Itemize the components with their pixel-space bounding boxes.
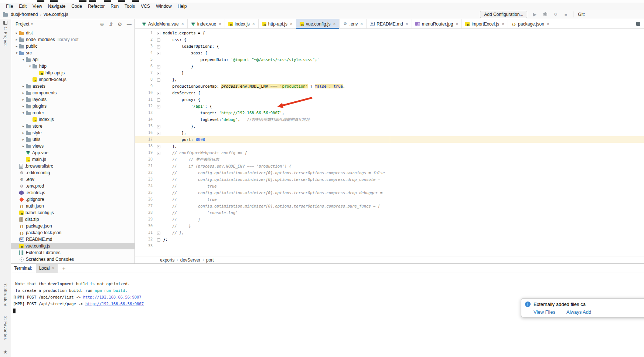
code-line[interactable]: 25 // config.optimization.minimizer[0].o… [135, 189, 644, 196]
always-add-link[interactable]: Always Add [566, 309, 591, 315]
add-configuration-button[interactable]: Add Configuration... [480, 11, 527, 18]
code-editor[interactable]: 1-module.exports = {2- css: {3- loaderOp… [135, 29, 644, 256]
hide-panel-icon[interactable]: — [127, 21, 132, 27]
tree-item-src[interactable]: ▾src [11, 50, 134, 56]
git-label[interactable]: Git: [578, 12, 585, 17]
profiler-icon[interactable]: ↻ [552, 12, 558, 17]
code-line[interactable]: 30 // } [135, 223, 644, 229]
chevron-right-icon[interactable]: ▸ [14, 31, 19, 35]
favorites-star-icon[interactable]: ★ [3, 349, 8, 355]
terminal-link[interactable]: http://192.168.66.56:9007 [83, 295, 142, 299]
view-files-link[interactable]: View Files [534, 309, 555, 315]
tree-item-style[interactable]: ▸style [11, 129, 134, 136]
tree-item-router[interactable]: ▾router [11, 110, 134, 116]
terminal-title[interactable]: Terminal: [14, 266, 32, 271]
tree-item-store[interactable]: ▸store [11, 123, 134, 129]
code-line[interactable]: 26 // true [135, 196, 644, 203]
fold-icon[interactable]: - [154, 96, 163, 103]
editor-tab-vue-config-js[interactable]: vue.config.js× [296, 19, 340, 29]
tree-item-env-prod[interactable]: .env.prod [11, 183, 134, 189]
stop-icon[interactable]: ■ [563, 12, 569, 17]
chevron-right-icon[interactable]: ▸ [21, 84, 26, 88]
tree-item-gitignore[interactable]: .gitignore [11, 196, 134, 203]
fold-icon[interactable]: - [154, 103, 163, 110]
stripe-tab-structure[interactable]: 7: Structure [3, 283, 8, 307]
tree-item-node-modules[interactable]: ▸node_moduleslibrary root [11, 36, 134, 43]
chevron-right-icon[interactable]: ▸ [21, 124, 26, 128]
chevron-down-icon[interactable]: ▾ [31, 22, 33, 26]
code-line[interactable]: 18- }, [135, 143, 644, 149]
breadcrumb-port[interactable]: port [206, 257, 214, 263]
tree-item-package-json[interactable]: package.json [11, 223, 134, 229]
tree-item-views[interactable]: ▸views [11, 143, 134, 149]
close-icon[interactable]: × [456, 21, 458, 27]
tree-item-editorconfig[interactable]: .editorconfig [11, 169, 134, 176]
tree-item-browserslistrc[interactable]: .browserslistrc [11, 163, 134, 169]
project-panel-title[interactable]: Project [16, 21, 29, 27]
tree-item-index-js[interactable]: index.js [11, 116, 134, 123]
chevron-down-icon[interactable]: ▾ [21, 58, 26, 61]
menu-item-window[interactable]: Window [153, 4, 175, 9]
code-line[interactable]: 9 productionSourceMap: process.env.NODE_… [135, 83, 644, 90]
code-line[interactable]: 12- '/api': { [135, 103, 644, 110]
code-line[interactable]: 2- css: { [135, 36, 644, 43]
tree-item-importexcel-js[interactable]: importExcel.js [11, 76, 134, 83]
menu-item-vcs[interactable]: VCS [138, 4, 153, 9]
tree-item-readme-md[interactable]: README.md [11, 236, 134, 243]
fold-icon[interactable]: - [154, 63, 163, 70]
locate-file-icon[interactable]: ⊕ [100, 21, 104, 27]
stripe-tab-project[interactable]: 1: Project [3, 27, 8, 46]
code-line[interactable]: 11- proxy: { [135, 96, 644, 103]
code-line[interactable]: 15- }, [135, 123, 644, 129]
breadcrumb-file[interactable]: vue.config.js [44, 12, 68, 17]
code-line[interactable]: 22 // config.optimization.minimizer[0].o… [135, 169, 644, 176]
code-line[interactable]: 29 // ] [135, 216, 644, 223]
fold-icon[interactable]: - [154, 149, 163, 156]
menu-item-view[interactable]: View [30, 4, 45, 9]
close-icon[interactable]: × [219, 21, 221, 27]
tree-item-dist-zip[interactable]: dist.zip [11, 216, 134, 223]
code-line[interactable]: 33 [135, 243, 644, 249]
terminal-link[interactable]: http://192.168.66.56:9007 [85, 302, 144, 306]
fold-icon[interactable]: - [154, 30, 163, 36]
close-icon[interactable]: × [360, 21, 363, 27]
tree-item-plugins[interactable]: ▸plugins [11, 103, 134, 110]
tree-item-http[interactable]: ▾http [11, 63, 134, 70]
editor-tab-http-api-js[interactable]: http-api.js× [259, 19, 296, 29]
fold-icon[interactable]: - [154, 123, 163, 129]
editor-tab-env[interactable]: .env× [340, 19, 367, 29]
menu-item-code[interactable]: Code [68, 4, 85, 9]
editor-tab-package-json[interactable]: package.json× [508, 19, 553, 29]
fold-icon[interactable]: - [154, 90, 163, 96]
breadcrumb-devserver[interactable]: devServer [180, 257, 201, 263]
fold-icon[interactable]: - [154, 129, 163, 136]
code-line[interactable]: 5 prependData: `@import "~@/assets/scss/… [135, 56, 644, 63]
close-icon[interactable]: × [290, 21, 293, 27]
terminal-tab-local[interactable]: Local × [36, 264, 58, 273]
menu-item-help[interactable]: Help [175, 4, 190, 9]
gear-icon[interactable]: ⚙ [117, 21, 122, 27]
chevron-down-icon[interactable]: ▾ [14, 51, 19, 55]
terminal-cursor[interactable] [13, 309, 16, 313]
run-icon[interactable]: ▶ [532, 12, 538, 17]
stripe-tab-favorites[interactable]: 2: Favorites [3, 316, 8, 340]
editor-tab-index-vue[interactable]: index.vue× [188, 19, 225, 29]
chevron-down-icon[interactable]: ▾ [21, 111, 26, 115]
chevron-right-icon[interactable]: ▸ [21, 104, 26, 108]
code-line[interactable]: 6- } [135, 63, 644, 70]
fold-icon[interactable]: - [154, 143, 163, 149]
code-line[interactable]: 32-}; [135, 236, 644, 243]
tree-item-eslintrc-js[interactable]: .eslintrc.js [11, 189, 134, 196]
code-line[interactable]: 10- devServer: { [135, 90, 644, 96]
menu-item-refactor[interactable]: Refactor [85, 4, 108, 9]
fold-icon[interactable]: - [154, 50, 163, 56]
code-line[interactable]: 16- }, [135, 129, 644, 136]
code-line[interactable]: 17 port: 8008 [135, 136, 644, 143]
tree-item-vue-config-js[interactable]: vue.config.js [11, 243, 134, 249]
tree-item-babel-config-js[interactable]: babel.config.js [11, 209, 134, 216]
fold-icon[interactable]: - [154, 43, 163, 50]
code-line[interactable]: 13 target: 'http://192.168.66.56:9007', [135, 110, 644, 116]
tree-item-auth-json[interactable]: auth.json [11, 203, 134, 209]
breadcrumb-exports[interactable]: exports [160, 257, 174, 263]
editor-tab-importexcel-js[interactable]: importExcel.js× [462, 19, 508, 29]
